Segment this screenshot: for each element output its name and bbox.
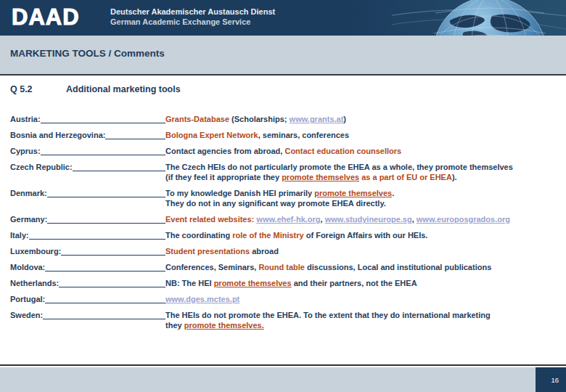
table-row: Austria:Grants-Database (Scholarships; w… xyxy=(10,114,562,124)
comment-segment: promote themselves. xyxy=(184,321,264,330)
country-label: Netherlands: xyxy=(10,278,165,288)
comment-text: Bologna Expert Network, seminars, confer… xyxy=(165,130,562,140)
comment-segment: They do not in any significant way promo… xyxy=(165,199,386,208)
blank-line xyxy=(47,188,165,197)
country-name: Portugal: xyxy=(10,294,45,304)
comment-segment: NB: The HEI xyxy=(165,279,214,287)
blank-line xyxy=(47,214,165,224)
question-number: Q 5.2 xyxy=(10,84,64,94)
blank-line xyxy=(45,294,165,303)
comment-segment: Contact education counsellors xyxy=(284,147,401,155)
table-row: Netherlands:NB: The HEI promote themselv… xyxy=(10,278,562,288)
blank-line xyxy=(73,162,165,171)
country-name: Germany: xyxy=(10,214,47,224)
comment-segment: promote themselves xyxy=(282,173,359,181)
url-link[interactable]: www.ehef-hk.org xyxy=(256,215,320,224)
country-label: Portugal: xyxy=(10,294,165,304)
page-title: MARKETING TOOLS / Comments xyxy=(10,48,165,59)
comment-segment: (Scholarships; xyxy=(229,115,290,123)
blank-line xyxy=(41,114,165,123)
comment-line: They do not in any significant way promo… xyxy=(165,198,562,208)
country-label: Bosnia and Herzegovina: xyxy=(10,130,165,140)
comment-segment: role of the Ministry xyxy=(232,231,303,240)
url-link[interactable]: www.grants.at xyxy=(290,115,344,123)
country-label: Moldova: xyxy=(10,262,165,272)
url-link[interactable]: www.europosgrados.org xyxy=(417,215,510,224)
comment-text: The Czech HEIs do not particularly promo… xyxy=(165,162,562,182)
comment-segment: To my knowledge Danish HEI primarily xyxy=(165,189,314,197)
header-bar: DAAD Deutscher Akademischer Austausch Di… xyxy=(0,0,566,36)
comment-segment: Contact agencies from abroad, xyxy=(165,147,284,155)
comment-segment: Bologna Expert Network xyxy=(165,131,258,139)
blank-line xyxy=(41,146,165,155)
comment-segment: as a part of EU or EHEA xyxy=(359,173,452,181)
country-name: Bosnia and Herzegovina: xyxy=(10,130,105,140)
comment-line: Bologna Expert Network, seminars, confer… xyxy=(165,130,562,140)
organization-name: Deutscher Akademischer Austausch Dienst … xyxy=(110,7,275,27)
country-comments-list: Austria:Grants-Database (Scholarships; w… xyxy=(10,114,562,330)
blank-line xyxy=(29,230,165,240)
slide-content: Q 5.2 Additional marketing tools Austria… xyxy=(0,75,566,330)
globe-icon xyxy=(392,0,566,36)
table-row: Italy:The coordinating role of the Minis… xyxy=(10,230,562,240)
country-name: Cyprus: xyxy=(10,146,41,156)
comment-line: (if they feel it appropriate they promot… xyxy=(165,172,562,182)
table-row: Bosnia and Herzegovina:Bologna Expert Ne… xyxy=(10,130,562,140)
title-band: MARKETING TOOLS / Comments xyxy=(0,36,566,75)
url-link[interactable]: www.dges.mctes.pt xyxy=(165,295,239,303)
comment-line: The HEIs do not promote the EHEA. To the… xyxy=(165,310,562,320)
daad-logo: DAAD xyxy=(12,6,80,29)
comment-line: they promote themselves. xyxy=(165,320,562,330)
org-name-german: Deutscher Akademischer Austausch Dienst xyxy=(110,7,275,17)
comment-text: Student presentations abroad xyxy=(165,246,562,256)
footer-divider xyxy=(0,364,566,366)
comment-text: Event related websites: www.ehef-hk.org,… xyxy=(165,214,562,224)
blank-line xyxy=(43,310,165,319)
comment-segment: promote themselves xyxy=(214,279,292,287)
country-label: Luxembourg: xyxy=(10,246,165,256)
comment-text: NB: The HEI promote themselves and their… xyxy=(165,278,562,288)
comment-segment: abroad xyxy=(250,247,279,256)
comment-line: www.dges.mctes.pt xyxy=(165,294,562,304)
question-label: Additional marketing tools xyxy=(66,84,181,94)
country-name: Denmark: xyxy=(10,188,47,198)
table-row: Germany:Event related websites: www.ehef… xyxy=(10,214,562,224)
country-label: Germany: xyxy=(10,214,165,224)
comment-segment: The HEIs do not promote the EHEA. To the… xyxy=(165,311,491,319)
comment-segment: and their partners, not the EHEA xyxy=(292,279,417,287)
table-row: Luxembourg:Student presentations abroad xyxy=(10,246,562,256)
comment-segment: ). xyxy=(452,173,457,181)
page-number: 16 xyxy=(551,376,559,384)
comment-segment: (if they feel it appropriate they xyxy=(165,173,282,181)
table-row: Moldova:Conferences, Seminars, Round tab… xyxy=(10,262,562,272)
comment-line: The Czech HEIs do not particularly promo… xyxy=(165,162,562,172)
url-link[interactable]: www.studyineurope.sg xyxy=(325,215,412,224)
comment-segment: . xyxy=(392,189,394,197)
comment-line: NB: The HEI promote themselves and their… xyxy=(165,278,562,288)
blank-line xyxy=(105,130,165,139)
country-label: Austria: xyxy=(10,114,165,124)
country-name: Netherlands: xyxy=(10,278,59,288)
blank-line xyxy=(61,246,165,256)
page-number-badge: 16 xyxy=(536,367,566,392)
slide: DAAD Deutscher Akademischer Austausch Di… xyxy=(0,0,566,392)
country-name: Italy: xyxy=(10,230,29,240)
footer-band: 16 xyxy=(0,367,566,392)
comment-text: To my knowledge Danish HEI primarily pro… xyxy=(165,188,562,208)
comment-text: Contact agencies from abroad, Contact ed… xyxy=(165,146,562,156)
blank-line xyxy=(59,278,165,287)
question-row: Q 5.2 Additional marketing tools xyxy=(0,75,566,94)
country-label: Sweden: xyxy=(10,310,165,320)
table-row: Czech Republic:The Czech HEIs do not par… xyxy=(10,162,562,182)
comment-line: To my knowledge Danish HEI primarily pro… xyxy=(165,188,562,198)
comment-line: Student presentations abroad xyxy=(165,246,562,256)
comment-segment: promote themselves xyxy=(314,189,392,197)
comment-segment: Event related websites: xyxy=(165,215,256,224)
comment-line: The coordinating role of the Ministry of… xyxy=(165,230,562,240)
comment-line: Grants-Database (Scholarships; www.grant… xyxy=(165,114,562,124)
country-label: Czech Republic: xyxy=(10,162,165,172)
comment-segment: Student presentations xyxy=(165,247,250,256)
country-name: Moldova: xyxy=(10,262,45,272)
table-row: Denmark:To my knowledge Danish HEI prima… xyxy=(10,188,562,208)
comment-text: The HEIs do not promote the EHEA. To the… xyxy=(165,310,562,330)
